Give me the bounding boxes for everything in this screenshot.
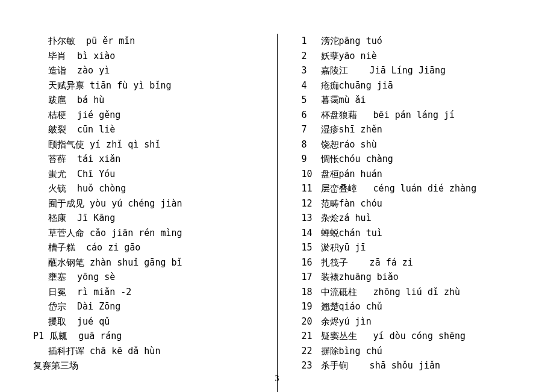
entry: 槽子糕 cáo zi gāo [48, 240, 271, 255]
entry: 火铳 huǒ chòng [48, 181, 271, 196]
list-item: 18中流砥柱 zhōng liú dǐ zhù [302, 285, 524, 300]
item-text: 疑窦丛生 yí dòu cóng shēng [321, 331, 466, 341]
entry: 囿于成见 yòu yú chéng jiàn [48, 196, 271, 211]
item-number: 23 [302, 358, 321, 373]
item-number: 14 [302, 226, 321, 241]
list-item: 2妖孽yāo niè [302, 49, 524, 64]
list-item: 20余烬yú jìn [302, 314, 524, 329]
item-text: 杂烩zá huì [321, 213, 372, 223]
item-number: 7 [302, 122, 321, 137]
item-text: 惆怅chóu chàng [321, 154, 393, 164]
right-column: 1滂沱pāng tuó 2妖孽yāo niè 3嘉陵江 Jiā Líng Jiā… [278, 34, 524, 392]
entry: 蚩尤 Chī Yóu [48, 167, 271, 182]
item-number: 4 [302, 78, 321, 93]
entry: 毕肖 bì xiào [48, 49, 271, 64]
entry: 造诣 zào yì [48, 63, 271, 78]
list-item: 6杯盘狼藉 bēi pán láng jí [302, 108, 524, 123]
item-text: 湿疹shī zhěn [321, 124, 382, 135]
list-item: 22摒除bìng chú [302, 344, 524, 359]
item-number: 15 [302, 240, 321, 255]
entry: 日冕 rì miǎn -2 [48, 285, 271, 300]
list-item: 1滂沱pāng tuó [302, 34, 524, 49]
list-item: 11层峦叠嶂 céng luán dié zhàng [302, 181, 524, 196]
list-item: 17装裱zhuāng biǎo [302, 270, 524, 285]
list-item: 21疑窦丛生 yí dòu cóng shēng [302, 329, 524, 344]
item-text: 中流砥柱 zhōng liú dǐ zhù [321, 287, 461, 297]
item-number: 16 [302, 255, 321, 270]
entry: 天赋异禀 tiān fù yì bǐng [48, 78, 271, 93]
list-item: 19翘楚qiáo chǔ [302, 299, 524, 314]
item-number: 19 [302, 299, 321, 314]
item-text: 滂沱pāng tuó [321, 36, 382, 46]
list-item: 4疮痂chuāng jiā [302, 78, 524, 93]
item-text: 扎筏子 zā fá zi [321, 257, 413, 268]
item-text: 装裱zhuāng biǎo [321, 272, 399, 282]
item-number: 18 [302, 285, 321, 300]
item-number: 2 [302, 49, 321, 64]
entry: 皴裂 cūn liè [48, 122, 271, 137]
item-number: 9 [302, 152, 321, 167]
item-text: 盘桓pán huán [321, 169, 382, 179]
item-number: 22 [302, 344, 321, 359]
item-number: 17 [302, 270, 321, 285]
entry: 嵇康 Jī Kāng [48, 211, 271, 226]
item-number: 20 [302, 314, 321, 329]
entry: 苔藓 tái xiǎn [48, 152, 271, 167]
list-item: 14蝉蜕chán tuì [302, 226, 524, 241]
item-number: 21 [302, 329, 321, 344]
list-item: 7湿疹shī zhěn [302, 122, 524, 137]
list-item: 13杂烩zá huì [302, 211, 524, 226]
section-title: 复赛第三场 [33, 358, 271, 373]
entry: 岱宗 Dài Zōng [48, 299, 271, 314]
item-text: 暮霭mù ǎi [321, 95, 366, 105]
list-item: 9惆怅chóu chàng [302, 152, 524, 167]
item-number: 12 [302, 196, 321, 211]
entry: 壅塞 yōng sè [48, 270, 271, 285]
entry: 蘸水钢笔 zhàn shuǐ gāng bǐ [48, 255, 271, 270]
item-text: 翘楚qiáo chǔ [321, 301, 382, 312]
item-text: 摒除bìng chú [321, 346, 382, 356]
list-item: 8饶恕ráo shù [302, 137, 524, 152]
list-item: 23杀手锏 shā shǒu jiǎn [302, 358, 524, 373]
item-text: 饶恕ráo shù [321, 139, 377, 150]
item-number: 3 [302, 63, 321, 78]
item-text: 妖孽yāo niè [321, 51, 377, 61]
entry: 插科打诨 chā kē dǎ hùn [48, 344, 271, 359]
item-text: 层峦叠嶂 céng luán dié zhàng [321, 183, 477, 194]
item-number: 10 [302, 167, 321, 182]
list-item: 12范畴fàn chóu [302, 196, 524, 211]
list-item: 10盘桓pán huán [302, 167, 524, 182]
item-text: 蝉蜕chán tuì [321, 228, 382, 238]
item-text: 范畴fàn chóu [321, 198, 382, 209]
entry: 扑尔敏 pū ěr mǐn [48, 34, 271, 49]
entry: 颐指气使 yí zhǐ qì shǐ [48, 137, 271, 152]
left-column: 扑尔敏 pū ěr mǐn 毕肖 bì xiào 造诣 zào yì 天赋异禀 … [30, 34, 278, 392]
item-text: 杯盘狼藉 bēi pán láng jí [321, 110, 455, 120]
item-text: 疮痂chuāng jiā [321, 80, 393, 91]
item-number: 6 [302, 108, 321, 123]
entry: 草菅人命 cǎo jiān rén mìng [48, 226, 271, 241]
entry: 攫取 jué qǔ [48, 314, 271, 329]
item-text: 嘉陵江 Jiā Líng Jiāng [321, 65, 446, 76]
entry: 桔梗 jié gěng [48, 108, 271, 123]
p1-entry: P1 瓜瓤 guā ráng [33, 329, 271, 344]
list-item: 15淤积yū jī [302, 240, 524, 255]
item-number: 8 [302, 137, 321, 152]
page-number: 3 [0, 374, 554, 384]
entry: 跋扈 bá hù [48, 93, 271, 108]
list-item: 3嘉陵江 Jiā Líng Jiāng [302, 63, 524, 78]
item-number: 5 [302, 93, 321, 108]
item-number: 1 [302, 34, 321, 49]
item-number: 11 [302, 181, 321, 196]
item-number: 13 [302, 211, 321, 226]
item-text: 淤积yū jī [321, 242, 366, 253]
item-text: 余烬yú jìn [321, 316, 372, 327]
item-text: 杀手锏 shā shǒu jiǎn [321, 360, 441, 371]
list-item: 16扎筏子 zā fá zi [302, 255, 524, 270]
list-item: 5暮霭mù ǎi [302, 93, 524, 108]
document-page: 扑尔敏 pū ěr mǐn 毕肖 bì xiào 造诣 zào yì 天赋异禀 … [0, 0, 554, 392]
